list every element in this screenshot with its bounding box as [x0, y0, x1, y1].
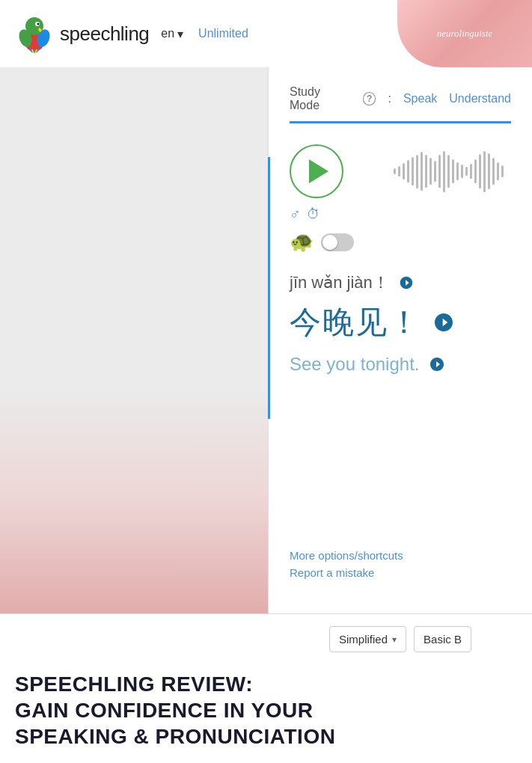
dropdown-label: Simplified [339, 633, 388, 646]
blog-title-line2: GAIN CONFIDENCE IN YOUR [15, 699, 313, 722]
neurolinguiste-logo: neurolinguiste [397, 0, 532, 67]
waveform-bar [443, 151, 445, 192]
turtle-icon: 🐢 [290, 230, 314, 254]
lang-label: en [161, 27, 174, 40]
sidebar-gradient [0, 389, 268, 613]
waveform-bar [461, 165, 463, 178]
play-triangle-icon [309, 159, 328, 183]
right-panel: Study Mode ? : Speak Understand ♂ ⏱ 🐢 [268, 67, 532, 613]
audio-controls: ♂ ⏱ 🐢 [290, 144, 511, 254]
study-mode-label: Study Mode [290, 85, 351, 112]
male-icon[interactable]: ♂ [290, 206, 301, 223]
play-button[interactable] [290, 144, 343, 198]
waveform [369, 144, 511, 198]
waveform-bar [483, 151, 486, 192]
footer-links: More options/shortcuts Report a mistake [290, 549, 403, 583]
waveform-bar [465, 167, 468, 176]
pinyin-row: jīn wǎn jiàn！ [290, 272, 511, 294]
blog-title-line3: SPEAKING & PRONUNCIATION [15, 725, 335, 748]
waveform-bar [416, 155, 418, 189]
help-icon[interactable]: ? [363, 92, 376, 105]
waveform-bar [452, 159, 454, 183]
main-content: Study Mode ? : Speak Understand ♂ ⏱ 🐢 [0, 67, 532, 613]
lang-arrow: ▾ [177, 27, 183, 41]
waveform-bar [425, 155, 427, 188]
left-controls: ♂ ⏱ 🐢 [290, 144, 354, 254]
speak-tab[interactable]: Speak [403, 92, 437, 105]
report-mistake-link[interactable]: Report a mistake [290, 566, 403, 579]
waveform-bar [492, 158, 495, 185]
understand-tab[interactable]: Understand [449, 92, 511, 105]
waveform-bar [474, 159, 477, 183]
basic-button[interactable]: Basic B [414, 626, 471, 652]
blog-title: SPEECHLING REVIEW: GAIN CONFIDENCE IN YO… [15, 671, 389, 750]
chinese-text: 今晚见！ [290, 301, 421, 343]
english-text: See you tonight. [290, 354, 419, 375]
clock-icon[interactable]: ⏱ [307, 206, 320, 222]
blog-title-overlay: SPEECHLING REVIEW: GAIN CONFIDENCE IN YO… [0, 658, 404, 763]
more-options-link[interactable]: More options/shortcuts [290, 549, 403, 562]
text-area: jīn wǎn jiàn！ 今晚见！ See you tonight [290, 272, 511, 375]
waveform-bar [488, 153, 490, 189]
blue-vertical-line [268, 157, 270, 419]
study-mode-bar: Study Mode ? : Speak Understand [290, 85, 511, 123]
logo-area: speechling [15, 14, 149, 53]
waveform-bar [470, 164, 472, 179]
chinese-speaker-icon[interactable] [432, 310, 456, 334]
slow-mode-toggle[interactable] [321, 233, 354, 251]
parrot-icon [15, 14, 54, 53]
character-type-dropdown[interactable]: Simplified ▾ [329, 626, 406, 652]
chinese-row: 今晚见！ [290, 301, 511, 343]
neurolinguiste-text: neurolinguiste [437, 28, 493, 40]
waveform-bars [394, 151, 504, 192]
waveform-bar [438, 155, 441, 188]
waveform-bar [421, 152, 423, 191]
waveform-bar [497, 162, 499, 180]
bottom-bar: Simplified ▾ Basic B SPEECHLING REVIEW: … [0, 613, 532, 763]
turtle-toggle: 🐢 [290, 230, 354, 254]
unlimited-badge: Unlimited [198, 27, 248, 40]
waveform-bar [456, 162, 459, 180]
waveform-bar [429, 158, 432, 185]
english-row: See you tonight. [290, 354, 511, 375]
waveform-bar [394, 168, 396, 174]
dropdown-arrow-icon: ▾ [392, 634, 397, 645]
pinyin-text: jīn wǎn jiàn！ [290, 272, 389, 294]
svg-point-3 [25, 17, 43, 35]
svg-point-5 [37, 23, 40, 25]
waveform-bar [398, 166, 400, 177]
pinyin-speaker-icon[interactable] [398, 275, 415, 291]
header: speechling en ▾ Unlimited neurolinguiste [0, 0, 532, 67]
left-sidebar [0, 67, 268, 613]
waveform-bar [447, 155, 450, 188]
waveform-bar [479, 154, 481, 189]
waveform-bar [501, 165, 504, 177]
waveform-bar [403, 163, 405, 180]
blog-title-line1: SPEECHLING REVIEW: [15, 672, 253, 696]
english-speaker-icon[interactable] [428, 355, 446, 373]
logo-text: speechling [60, 22, 149, 46]
waveform-bar [412, 157, 414, 186]
waveform-bar [407, 160, 409, 183]
speed-controls: ♂ ⏱ [290, 206, 354, 223]
lang-selector[interactable]: en ▾ [161, 27, 183, 41]
waveform-bar [434, 161, 436, 182]
